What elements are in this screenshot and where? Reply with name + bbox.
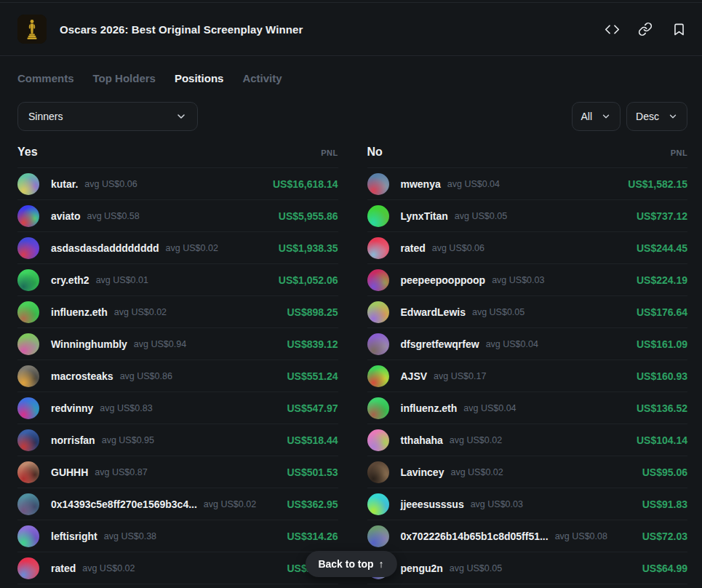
tab-positions[interactable]: Positions: [175, 72, 224, 84]
pnl-value: US$160.93: [637, 370, 687, 382]
position-row[interactable]: LynxTitan avg US$0.05 US$737.12: [367, 200, 688, 232]
username[interactable]: redvinny: [51, 402, 93, 414]
username[interactable]: LynxTitan: [401, 210, 448, 222]
avg-price: avg US$0.06: [84, 179, 137, 189]
avg-price: avg US$0.05: [472, 307, 524, 317]
position-row[interactable]: 0x14393c5e8ff270e1569b3c4... avg US$0.02…: [17, 488, 338, 520]
position-row[interactable]: Lavincey avg US$0.02 US$95.06: [367, 456, 688, 488]
username[interactable]: jjeeesusssus: [401, 498, 464, 510]
position-row[interactable]: jjeeesusssus avg US$0.03 US$91.83: [367, 488, 688, 520]
username[interactable]: pengu2n: [401, 563, 443, 574]
username[interactable]: rated: [401, 242, 426, 254]
username[interactable]: Lavincey: [401, 466, 444, 478]
avg-price: avg US$0.02: [114, 307, 167, 317]
tab-top-holders[interactable]: Top Holders: [93, 72, 156, 84]
avg-price: avg US$0.02: [450, 435, 502, 445]
sort-order-select[interactable]: Desc: [626, 102, 687, 131]
avg-price: avg US$0.04: [447, 179, 500, 189]
position-row[interactable]: dfsgretfewqrfew avg US$0.04 US$161.09: [367, 328, 688, 360]
user-avatar: [17, 429, 39, 451]
position-row[interactable]: EdwardLewis avg US$0.05 US$176.64: [367, 296, 688, 328]
column-title: No: [367, 146, 383, 159]
username[interactable]: EdwardLewis: [401, 306, 466, 318]
avg-price: avg US$0.94: [134, 339, 186, 349]
position-row[interactable]: cry.eth2 avg US$0.01 US$1,052.06: [17, 264, 338, 296]
position-row[interactable]: kutar. avg US$0.06 US$16,618.14: [17, 168, 338, 200]
column-header: No PNL: [367, 146, 688, 168]
avg-price: avg US$0.01: [96, 275, 148, 285]
embed-code-button[interactable]: [603, 20, 621, 38]
column-header: Yes PNL: [17, 146, 338, 168]
user-avatar: [17, 525, 39, 547]
position-row[interactable]: 0x702226b14b65b1c8d05ff51... avg US$0.08…: [367, 520, 688, 552]
username[interactable]: kutar.: [51, 178, 78, 190]
user-avatar: [17, 461, 39, 483]
username[interactable]: dfsgretfewqrfew: [401, 338, 479, 350]
username[interactable]: Winninghumbly: [51, 338, 127, 350]
username[interactable]: cry.eth2: [51, 274, 89, 286]
position-row[interactable]: macrosteaks avg US$0.86 US$551.24: [17, 360, 338, 392]
username[interactable]: 0x14393c5e8ff270e1569b3c4...: [51, 498, 197, 510]
tab-activity[interactable]: Activity: [242, 72, 282, 84]
copy-link-button[interactable]: [637, 20, 654, 38]
pnl-value: US$898.25: [287, 306, 338, 318]
back-to-top-button[interactable]: Back to top ↑: [305, 551, 396, 577]
pnl-value: US$1,582.15: [628, 178, 687, 190]
user-avatar: [367, 365, 389, 387]
position-row[interactable]: aviato avg US$0.58 US$5,955.86: [17, 200, 338, 232]
username[interactable]: leftisright: [51, 531, 97, 542]
position-row[interactable]: leftisright avg US$0.38 US$314.26: [17, 520, 338, 552]
position-row[interactable]: GUHHH avg US$0.87 US$501.53: [17, 456, 338, 488]
avg-price: avg US$0.03: [492, 275, 544, 285]
position-row[interactable]: redvinny avg US$0.83 US$547.97: [17, 392, 338, 424]
position-row[interactable]: Winninghumbly avg US$0.94 US$839.12: [17, 328, 338, 360]
position-row[interactable]: mwenya avg US$0.04 US$1,582.15: [367, 168, 688, 200]
position-row[interactable]: rated avg US$0.02 US$284.26: [17, 552, 338, 584]
username[interactable]: macrosteaks: [51, 370, 113, 382]
arrow-up-icon: ↑: [379, 558, 384, 570]
position-row[interactable]: asdasdasdadddddddd avg US$0.02 US$1,938.…: [17, 232, 338, 264]
avg-price: avg US$0.17: [434, 371, 486, 381]
avg-price: avg US$0.83: [100, 403, 152, 413]
username[interactable]: peepeepooppoop: [401, 274, 486, 286]
username[interactable]: aviato: [51, 210, 80, 222]
pnl-value: US$362.95: [287, 498, 338, 510]
user-avatar: [367, 205, 389, 227]
position-row[interactable]: AJSV avg US$0.17 US$160.93: [367, 360, 688, 392]
bookmark-button[interactable]: [670, 20, 687, 38]
back-to-top-label: Back to top: [318, 558, 373, 570]
position-row[interactable]: tthahaha avg US$0.02 US$104.14: [367, 424, 688, 456]
username[interactable]: rated: [51, 563, 76, 574]
username[interactable]: tthahaha: [401, 434, 443, 446]
user-avatar: [367, 429, 389, 451]
username[interactable]: influenz.eth: [401, 402, 458, 414]
user-avatar: [367, 301, 389, 323]
tab-comments[interactable]: Comments: [17, 72, 74, 84]
side-filter-select[interactable]: All: [572, 102, 621, 131]
sort-order-value: Desc: [636, 111, 659, 122]
code-icon: [605, 22, 620, 37]
right-filters: All Desc: [572, 102, 687, 131]
position-row[interactable]: influenz.eth avg US$0.02 US$898.25: [17, 296, 338, 328]
username[interactable]: norrisfan: [51, 434, 95, 446]
username[interactable]: GUHHH: [51, 466, 88, 478]
pnl-value: US$1,938.35: [279, 242, 338, 254]
position-row[interactable]: norrisfan avg US$0.95 US$518.44: [17, 424, 338, 456]
position-row[interactable]: rated avg US$0.06 US$244.45: [367, 232, 688, 264]
pnl-value: US$104.14: [637, 434, 687, 446]
user-avatar: [17, 269, 39, 291]
position-row[interactable]: pengu2n avg US$0.05 US$64.99: [367, 552, 688, 584]
tab-bar: CommentsTop HoldersPositionsActivity: [0, 72, 702, 84]
position-row[interactable]: peepeepooppoop avg US$0.03 US$224.19: [367, 264, 688, 296]
market-header: Oscars 2026: Best Original Screenplay Wi…: [0, 3, 702, 56]
username[interactable]: mwenya: [401, 178, 441, 190]
position-row[interactable]: influenz.eth avg US$0.04 US$136.52: [367, 392, 688, 424]
username[interactable]: AJSV: [401, 370, 428, 382]
pnl-value: US$518.44: [287, 434, 338, 446]
username[interactable]: asdasdasdadddddddd: [51, 242, 159, 254]
username[interactable]: 0x702226b14b65b1c8d05ff51...: [401, 531, 549, 542]
pnl-value: US$547.97: [287, 402, 338, 414]
outcome-select[interactable]: Sinners: [17, 102, 198, 131]
username[interactable]: influenz.eth: [51, 306, 108, 318]
avg-price: avg US$0.06: [432, 243, 484, 253]
